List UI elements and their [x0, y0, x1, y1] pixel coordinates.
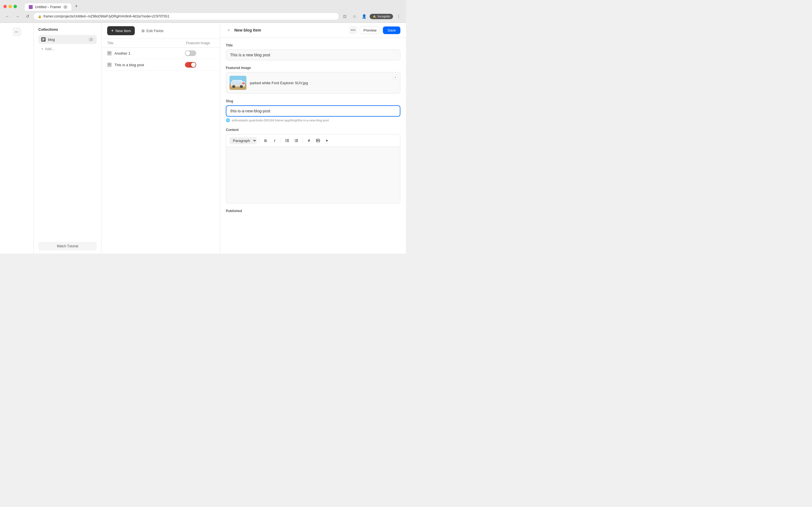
slug-url-text: enthusiastic-guardrails-093164.framer.ap…: [232, 119, 329, 122]
back-button[interactable]: ←: [3, 12, 11, 20]
published-field-section: Published: [226, 209, 400, 213]
video-button[interactable]: [323, 136, 331, 145]
svg-rect-29: [296, 142, 298, 142]
ordered-list-button[interactable]: 1.2.3.: [292, 136, 300, 145]
browser-tabs: Untitled – Framer × +: [25, 2, 80, 11]
forward-button[interactable]: →: [13, 12, 21, 20]
title-bar: Untitled – Framer × +: [0, 0, 406, 11]
svg-rect-6: [108, 64, 110, 65]
svg-rect-21: [287, 140, 289, 141]
image-filename: parked white Ford Explorer SUV.jpg: [250, 81, 308, 85]
svg-rect-17: [243, 82, 245, 84]
row-title: Another 1: [114, 51, 185, 55]
svg-point-20: [286, 140, 287, 141]
incognito-label: Incognito: [377, 15, 390, 18]
edit-fields-button[interactable]: ⊞ Edit Fields: [138, 27, 167, 35]
toggle-thumb: [186, 51, 190, 55]
slug-field-label: Slug: [226, 99, 400, 103]
row-icon: [107, 62, 112, 67]
toggle-off[interactable]: [185, 50, 196, 56]
url-bar[interactable]: 🔒 framer.com/projects/Untitled--mZ98oDWa…: [34, 13, 339, 20]
save-button[interactable]: Save: [383, 26, 400, 34]
svg-rect-2: [42, 40, 44, 41]
panel-header: × New blog Item ••• Preview Save: [220, 23, 406, 38]
minimize-window-button[interactable]: [8, 5, 12, 8]
svg-rect-27: [296, 140, 298, 141]
globe-icon: 🌐: [226, 118, 230, 122]
bold-icon: B: [264, 138, 267, 143]
profile-icon[interactable]: 👤: [360, 12, 368, 20]
maximize-window-button[interactable]: [13, 5, 17, 8]
blog-collection-item[interactable]: blog 2: [38, 35, 97, 44]
bold-button[interactable]: B: [262, 136, 269, 145]
new-tab-button[interactable]: +: [72, 2, 80, 10]
toggle-thumb: [191, 62, 196, 67]
collection-count: 2: [88, 38, 94, 41]
svg-rect-4: [108, 53, 110, 54]
table-row[interactable]: Another 1: [101, 48, 220, 59]
bookmark-icon[interactable]: ☆: [350, 12, 358, 20]
content-toolbar: Paragraph B I 1.2.3.: [226, 134, 400, 147]
title-field-section: Title: [226, 43, 400, 60]
incognito-badge[interactable]: 🕵 Incognito: [370, 14, 393, 19]
close-window-button[interactable]: [3, 5, 7, 8]
tab-close-button[interactable]: ×: [63, 5, 67, 9]
content-editor[interactable]: [226, 147, 400, 203]
add-label: Add...: [45, 47, 55, 51]
svg-rect-19: [287, 139, 289, 140]
collections-panel: Collections blog 2 + Add... Watch Tutori…: [34, 23, 101, 253]
content-field-section: Content Paragraph B I 1.2.3.: [226, 128, 400, 203]
panel-body: Title Featured Image: [220, 38, 406, 253]
menu-icon[interactable]: ⋮: [395, 12, 403, 20]
slug-url: 🌐 enthusiastic-guardrails-093164.framer.…: [226, 118, 400, 122]
add-collection-button[interactable]: + Add...: [38, 45, 97, 53]
panel-more-button[interactable]: •••: [349, 26, 357, 34]
toggle-on[interactable]: [185, 62, 196, 68]
slug-field-section: Slug 🌐 enthusiastic-guardrails-093164.fr…: [226, 99, 400, 122]
svg-rect-5: [108, 64, 110, 64]
italic-icon: I: [274, 138, 275, 143]
row-icon: [107, 51, 112, 55]
plus-icon: +: [111, 28, 114, 33]
toolbar-separator: [259, 138, 259, 144]
collections-heading: Collections: [38, 27, 97, 32]
browser-chrome: Untitled – Framer × + ← → ↺ 🔒 framer.com…: [0, 0, 406, 23]
content-field-label: Content: [226, 128, 400, 132]
bullet-list-button[interactable]: [283, 136, 291, 145]
preview-button[interactable]: Preview: [360, 26, 380, 34]
italic-button[interactable]: I: [271, 136, 278, 145]
link-button[interactable]: [305, 136, 313, 145]
main-content: + New Item ⊞ Edit Fields Title Featured …: [101, 23, 220, 253]
tab-title: Untitled – Framer: [35, 5, 61, 9]
address-bar: ← → ↺ 🔒 framer.com/projects/Untitled--mZ…: [0, 11, 406, 22]
watch-tutorial-button[interactable]: Watch Tutorial: [38, 242, 97, 250]
image-remove-button[interactable]: ×: [393, 75, 398, 80]
title-input[interactable]: [226, 50, 400, 60]
panel-close-button[interactable]: ×: [226, 27, 232, 33]
svg-rect-3: [108, 52, 110, 53]
table-row[interactable]: This is a blog post: [101, 59, 220, 71]
svg-rect-23: [287, 142, 289, 142]
col-title-header: Title: [107, 41, 186, 45]
new-item-button[interactable]: + New Item: [107, 26, 135, 35]
active-tab[interactable]: Untitled – Framer ×: [25, 3, 71, 11]
table-header: Title Featured Image: [101, 39, 220, 48]
svg-rect-16: [233, 80, 241, 83]
svg-point-18: [286, 139, 287, 140]
url-text: framer.com/projects/Untitled--mZ98oDWaPJ…: [43, 14, 169, 18]
featured-image-label: Featured Image: [226, 66, 400, 70]
sidebar-bottom: Watch Tutorial: [38, 242, 97, 250]
refresh-button[interactable]: ↺: [24, 12, 32, 20]
collection-name: blog: [48, 38, 86, 42]
svg-point-14: [241, 86, 242, 87]
image-upload-area[interactable]: parked white Ford Explorer SUV.jpg ×: [226, 72, 400, 94]
back-to-project-button[interactable]: ←: [12, 27, 21, 36]
tab-favicon: [29, 5, 33, 9]
paragraph-select[interactable]: Paragraph: [230, 137, 257, 144]
collection-icon: [41, 37, 46, 42]
browser-actions: ⊡ ☆ 👤 🕵 Incognito ⋮: [341, 12, 403, 20]
cast-icon[interactable]: ⊡: [341, 12, 349, 20]
slug-input[interactable]: [226, 105, 400, 117]
image-button[interactable]: [314, 136, 322, 145]
row-title: This is a blog post: [114, 63, 185, 67]
